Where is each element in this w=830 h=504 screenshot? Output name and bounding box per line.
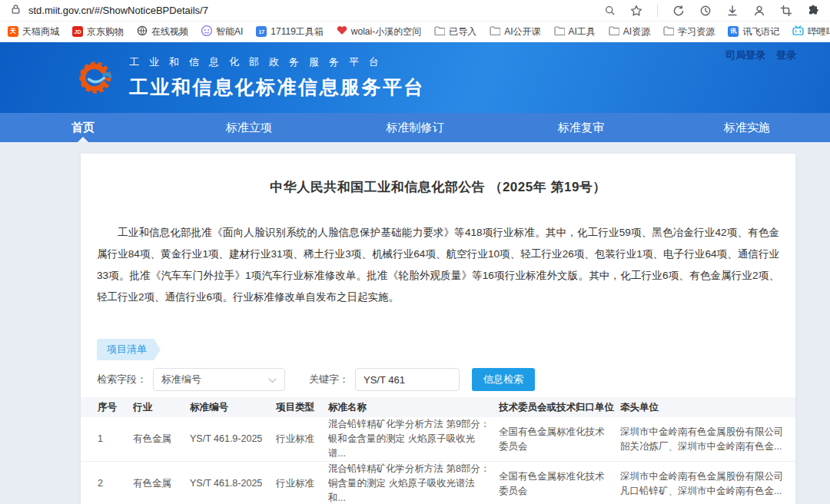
- toolbar-divider: [657, 5, 658, 17]
- bookmark-label: 已导入: [449, 25, 476, 38]
- page-background: 中华人民共和国工业和信息化部公告 （2025年 第19号） 工业和信息化部批准《…: [0, 142, 830, 504]
- bookmarks-bar: 天 天猫商城 JD 京东购物 在线视频 智能AI 17 17119工具箱 wol…: [0, 22, 830, 42]
- table-row[interactable]: 2 有色金属 YS/T 461.8-2025 行业标准 混合铅锌精矿化学分析方法…: [81, 462, 795, 504]
- table-row[interactable]: 1 有色金属 YS/T 461.9-2025 行业标准 混合铅锌精矿化学分析方法…: [81, 417, 795, 462]
- bookmark-folder-ai-course[interactable]: AI公开课: [490, 25, 540, 38]
- folder-icon: [554, 26, 565, 38]
- search-row: 检索字段： 标准编号 关键字： 信息检索: [97, 368, 795, 391]
- nav-item-standard-review[interactable]: 标准复审: [498, 113, 664, 142]
- bookmark-label: 在线视频: [151, 25, 188, 38]
- bilibili-icon: [792, 25, 804, 38]
- bookmark-label: 学习资源: [678, 25, 715, 38]
- folder-icon: [490, 26, 500, 38]
- table-header-row: 序号 行业 标准编号 项目类型 标准名称 技术委员会或技术归口单位 牵头单位: [81, 397, 795, 417]
- url-text[interactable]: std.miit.gov.cn/#/ShowNoticeBPDetails/7: [28, 5, 208, 16]
- cell-seq: 2: [81, 462, 133, 504]
- nav-item-standard-implementation[interactable]: 标准实施: [664, 113, 830, 142]
- col-header-committee: 技术委员会或技术归口单位: [499, 397, 620, 417]
- results-table: 序号 行业 标准编号 项目类型 标准名称 技术委员会或技术归口单位 牵头单位 1…: [81, 397, 795, 504]
- main-nav: 首页 标准立项 标准制修订 标准复审 标准实施: [0, 113, 830, 142]
- nav-item-standard-proposal[interactable]: 标准立项: [166, 113, 332, 142]
- search-field-select[interactable]: 标准编号: [153, 368, 285, 391]
- cell-seq: 1: [81, 417, 133, 462]
- browser-url-bar: std.miit.gov.cn/#/ShowNoticeBPDetails/7: [0, 0, 830, 22]
- crop-icon[interactable]: [780, 5, 792, 17]
- bureau-login-link[interactable]: 司局登录: [725, 48, 765, 62]
- extension-puzzle-icon[interactable]: [807, 5, 819, 17]
- tmall-icon: 天: [8, 26, 18, 37]
- bookmark-toolbox[interactable]: 17 17119工具箱: [256, 25, 323, 38]
- bookmark-folder-ai-res[interactable]: AI资源: [609, 25, 650, 38]
- col-header-seq: 序号: [81, 397, 133, 417]
- xunfei-icon: 讯: [728, 26, 739, 37]
- bookmark-wolai[interactable]: wolai-小溪的空间: [337, 25, 421, 38]
- login-link[interactable]: 登录: [776, 48, 796, 62]
- smiley-icon: [201, 25, 212, 38]
- bookmark-star-icon[interactable]: [630, 5, 642, 17]
- bookmark-label: AI公开课: [504, 25, 540, 38]
- bookmark-label: wolai-小溪的空间: [351, 25, 421, 38]
- bookmark-folder-study[interactable]: 学习资源: [663, 25, 715, 38]
- col-header-name: 标准名称: [328, 397, 499, 417]
- folder-icon: [663, 26, 674, 38]
- site-header: 工业和信息化部政务服务平台 工业和信息化标准信息服务平台 司局登录 登录: [0, 42, 830, 113]
- folder-icon: [609, 26, 619, 38]
- bookmark-online-video[interactable]: 在线视频: [137, 25, 188, 38]
- bookmark-label: AI工具: [569, 25, 596, 38]
- col-header-lead-unit: 牵头单位: [620, 397, 795, 417]
- cell-type: 行业标准: [276, 462, 328, 504]
- bookmark-label: 讯飞语记: [742, 25, 779, 38]
- bookmark-label: 天猫商城: [22, 25, 59, 38]
- search-field-selected-value: 标准编号: [161, 373, 268, 386]
- notice-title: 中华人民共和国工业和信息化部公告 （2025年 第19号）: [81, 178, 795, 196]
- cell-code: YS/T 461.8-2025: [190, 462, 276, 504]
- globe-icon: [137, 25, 148, 38]
- keyword-input[interactable]: [355, 368, 460, 391]
- bookmark-jingdong[interactable]: JD 京东购物: [72, 25, 124, 38]
- jd-icon: JD: [72, 26, 83, 37]
- chevron-down-icon: [268, 374, 277, 386]
- bookmark-label: AI资源: [623, 25, 650, 38]
- ministry-platform-subtitle: 工业和信息化部政务服务平台: [129, 55, 425, 69]
- search-button[interactable]: 信息检索: [472, 368, 535, 391]
- notice-body: 工业和信息化部批准《面向人脸识别系统的人脸信息保护基础能力要求》等418项行业标…: [97, 222, 779, 308]
- cell-lead-unit: 深圳市中金岭南有色金属股份有限公司凡口铅锌矿、深圳市中金岭南有色金...: [620, 462, 795, 504]
- miit-logo-icon: [75, 56, 118, 99]
- cell-industry: 有色金属: [133, 462, 190, 504]
- heart-icon: [337, 25, 347, 38]
- cell-name[interactable]: 混合铅锌精矿化学分析方法 第9部分：银和金含量的测定 火焰原子吸收光谱...: [328, 417, 499, 462]
- search-field-label: 检索字段：: [97, 373, 147, 386]
- toolbox-icon: 17: [256, 26, 267, 37]
- cell-type: 行业标准: [276, 417, 328, 462]
- cell-name[interactable]: 混合铅锌精矿化学分析方法 第8部分：铜含量的测定 火焰原子吸收光谱法和...: [328, 462, 499, 504]
- col-header-industry: 行业: [133, 397, 190, 417]
- col-header-type: 项目类型: [276, 397, 328, 417]
- bookmark-label: 智能AI: [216, 25, 243, 38]
- bookmark-label: 京东购物: [87, 25, 124, 38]
- bookmark-folder-ai-tools[interactable]: AI工具: [554, 25, 596, 38]
- notice-card: 中华人民共和国工业和信息化部公告 （2025年 第19号） 工业和信息化部批准《…: [81, 154, 795, 504]
- bookmark-tianmao[interactable]: 天 天猫商城: [8, 25, 59, 38]
- nav-item-home[interactable]: 首页: [0, 113, 166, 142]
- reload-icon[interactable]: [672, 5, 685, 17]
- cell-code: YS/T 461.9-2025: [190, 417, 276, 462]
- bookmark-bilibili[interactable]: 哔哩哔哩 ( '- ')つ...: [792, 25, 830, 38]
- zoom-search-icon[interactable]: [605, 5, 616, 16]
- cell-committee: 全国有色金属标准化技术委员会: [499, 417, 620, 462]
- site-title: 工业和信息化标准信息服务平台: [129, 75, 425, 100]
- cell-lead-unit: 深圳市中金岭南有色金属股份有限公司韶关冶炼厂、深圳市中金岭南有色金...: [620, 417, 795, 462]
- download-icon[interactable]: [726, 5, 739, 17]
- nav-item-standard-revision[interactable]: 标准制修订: [332, 113, 498, 142]
- history-icon[interactable]: [699, 5, 712, 17]
- bookmark-label: 哔哩哔哩 ( '- ')つ...: [808, 25, 830, 38]
- cell-committee: 全国有色金属标准化技术委员会: [499, 462, 620, 504]
- tab-project-list[interactable]: 项目清单: [97, 339, 161, 360]
- bookmark-label: 17119工具箱: [271, 25, 323, 38]
- bookmark-ai[interactable]: 智能AI: [201, 25, 243, 38]
- col-header-code: 标准编号: [190, 397, 276, 417]
- profile-icon[interactable]: [753, 5, 765, 17]
- lock-icon[interactable]: [11, 4, 21, 17]
- bookmark-folder-imported[interactable]: 已导入: [434, 25, 476, 38]
- bookmark-xunfei[interactable]: 讯 讯飞语记: [728, 25, 779, 38]
- keyword-label: 关键字：: [309, 373, 349, 386]
